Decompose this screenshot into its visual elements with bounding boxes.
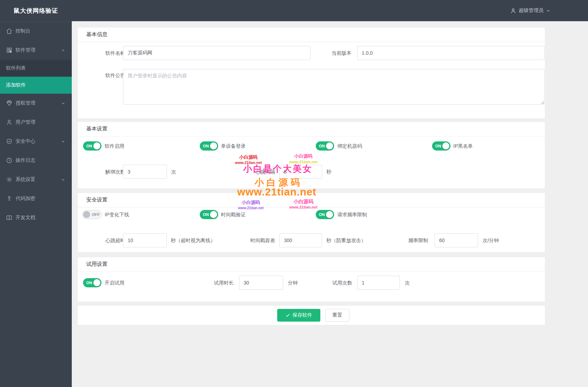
toggle-label: 开启试用 [105,279,124,286]
trial-times-label: 试用次数 [311,279,352,286]
trial-times-input[interactable] [357,276,400,290]
toggle-knob [326,142,333,149]
user-name: 超级管理员 [519,7,543,14]
trial-duration-input[interactable] [239,276,283,290]
sidebar-item-security-center[interactable]: 安全中心 [0,132,72,151]
save-software-button[interactable]: 保存软件 [277,309,320,322]
software-name-input[interactable] [123,46,310,60]
section-title: 安全设置 [86,197,107,203]
check-icon [285,313,290,318]
sidebar-item-label: 控制台 [16,28,30,34]
key-icon [6,195,12,202]
heartbeat-interval-suffix: 秒 [326,168,331,175]
sidebar-item-label: 开发文档 [16,215,35,221]
sidebar-item-console[interactable]: 控制台 [0,22,72,41]
chevron-down-icon [61,139,65,144]
toggle-knob [93,279,100,286]
toggle-knob [210,142,217,149]
toggle-bind-machine-code[interactable]: ON [316,141,334,151]
sidebar-item-label: 软件管理 [16,47,35,53]
chevron-down-icon [546,8,551,13]
rate-limit-input[interactable] [435,233,478,247]
divider [78,207,545,207]
sidebar-item-label: 用户管理 [16,119,35,125]
screen: 鼠大侠网络验证 超级管理员 控制台 软件管理 软件列表 添加软件 [0,0,588,387]
sidebar-item-label: 授权管理 [16,100,35,106]
chevron-down-icon [61,177,65,182]
sidebar-item-label: 操作日志 [16,157,35,164]
toggle-ip-change-offline[interactable]: OFF [82,210,102,219]
heartbeat-timeout-label: 心跳超时 [86,237,125,244]
sidebar-item-label: 安全中心 [16,138,35,145]
toggle-single-device-login[interactable]: ON [200,141,218,151]
sidebar-item-label: 添加软件 [6,82,26,88]
toggle-label: 请求频率限制 [337,211,367,218]
toggle-enable-trial[interactable]: ON [83,278,101,287]
heartbeat-interval-label: 心跳间隔 [240,168,275,175]
home-icon [6,28,12,34]
toggle-label: 软件启用 [105,142,124,149]
heartbeat-timeout-input[interactable] [123,233,167,247]
trial-duration-label: 试用时长 [193,279,234,286]
security-settings-card: 安全设置 OFF IP变化下线 ON 时间戳验证 ON 请求频率限制 心跳超时 … [78,193,545,252]
sidebar-item-operation-logs[interactable]: 操作日志 [0,151,72,170]
sidebar-item-software-management[interactable]: 软件管理 [0,41,72,60]
heartbeat-interval-input[interactable] [279,165,322,179]
section-title: 基本信息 [86,31,107,38]
section-title: 基本设置 [86,125,107,132]
chevron-down-icon [61,101,65,106]
timestamp-tolerance-input[interactable] [279,233,322,247]
person-icon [6,119,12,125]
current-version-input[interactable] [357,46,545,60]
clock-icon [6,157,12,164]
toggle-label: IP变化下线 [105,211,129,218]
rate-limit-suffix: 次/分钟 [483,237,499,244]
user-menu[interactable]: 超级管理员 [510,0,551,21]
toggle-timestamp-verification[interactable]: ON [200,210,218,219]
sidebar-item-label: 软件列表 [6,65,26,71]
gear-icon [6,176,12,183]
toggle-ip-blacklist[interactable]: ON [432,141,450,151]
trial-duration-suffix: 分钟 [288,279,298,286]
basic-info-card: 基本信息 软件名称 当前版本 软件公告 [78,28,545,118]
sidebar-item-label: 系统设置 [16,176,35,183]
timestamp-tolerance-suffix: 秒（防重放攻击） [326,237,366,244]
actions-card: 保存软件 重置 [78,306,545,325]
sidebar-item-license-management[interactable]: 授权管理 [0,94,72,113]
sidebar-item-software-list[interactable]: 软件列表 [0,60,72,77]
section-title: 试用设置 [86,261,107,268]
announcement-label: 软件公告 [86,72,125,79]
sidebar: 控制台 软件管理 软件列表 添加软件 授权管理 用户管理 安全中心 [0,21,72,387]
toggle-label: 单设备登录 [221,142,246,149]
unbind-times-input[interactable] [123,165,167,179]
unbind-times-suffix: 次 [171,168,176,175]
toggle-knob [83,211,90,218]
toggle-label: 时间戳验证 [221,211,246,218]
reset-button[interactable]: 重置 [325,309,349,322]
toggle-software-enabled[interactable]: ON [83,141,101,151]
chevron-up-icon [61,48,65,53]
trial-settings-card: 试用设置 ON 开启试用 试用时长 分钟 试用次数 次 [78,257,545,301]
announcement-textarea[interactable] [123,69,545,105]
toggle-knob [93,142,100,149]
gem-icon [6,100,12,106]
rate-limit-label: 频率限制 [389,237,428,244]
toggle-label: 绑定机器码 [337,142,362,149]
sidebar-item-dev-docs[interactable]: 开发文档 [0,208,72,227]
sidebar-item-user-management[interactable]: 用户管理 [0,113,72,132]
unbind-times-label: 解绑次数 [86,168,125,175]
toggle-label: IP黑名单 [453,142,473,149]
topbar: 鼠大侠网络验证 超级管理员 [0,0,588,21]
shield-check-icon [6,138,12,145]
sidebar-item-add-software[interactable]: 添加软件 [0,77,72,94]
sidebar-item-code-encryption[interactable]: 代码加密 [0,189,72,208]
toggle-knob [210,211,217,218]
basic-settings-card: 基本设置 ON 软件启用 ON 单设备登录 ON 绑定机器码 ON IP黑名单 … [78,122,545,188]
app-title: 鼠大侠网络验证 [0,0,72,21]
toggle-knob [442,142,449,149]
toggle-request-rate-limit[interactable]: ON [316,210,334,219]
current-version-label: 当前版本 [293,49,351,57]
sidebar-item-system-settings[interactable]: 系统设置 [0,170,72,189]
software-name-label: 软件名称 [86,49,125,57]
apps-grid-icon [6,47,12,53]
